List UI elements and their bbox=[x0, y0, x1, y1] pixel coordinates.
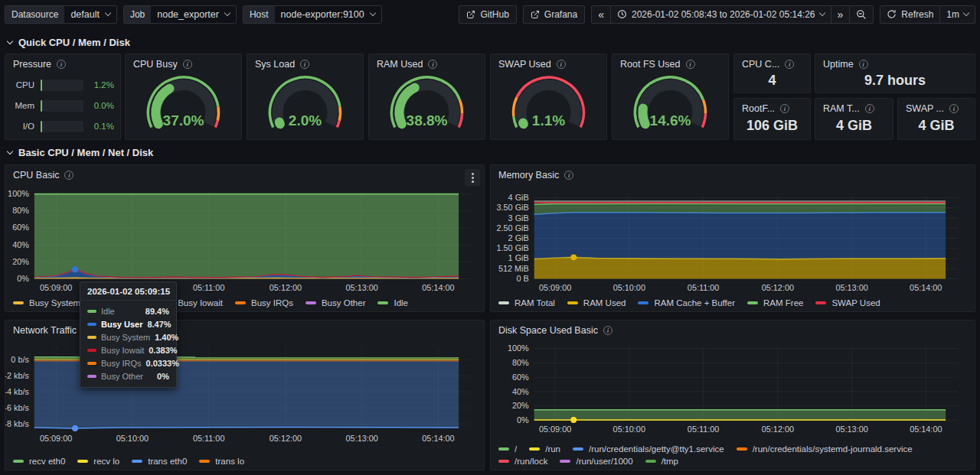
svg-text:0 b/s: 0 b/s bbox=[11, 355, 29, 364]
disk-space-used-basic-panel: Disk Space Used Basic 0%20%40%60%80%100%… bbox=[490, 320, 975, 470]
legend-item[interactable]: RAM Free bbox=[747, 298, 803, 307]
ram-used-gauge: 38.8% bbox=[369, 71, 485, 139]
svg-text:40%: 40% bbox=[512, 387, 529, 396]
svg-text:4 GiB: 4 GiB bbox=[508, 193, 529, 202]
svg-text:05:09:00: 05:09:00 bbox=[539, 425, 571, 434]
ram-used-gauge-panel: RAM Used 38.8% bbox=[368, 54, 485, 140]
root-fs-used-gauge-panel: Root FS Used 14.6% bbox=[612, 54, 729, 140]
legend-item[interactable]: trans lo bbox=[199, 457, 244, 466]
info-icon[interactable] bbox=[859, 60, 868, 69]
variable-host[interactable]: Host node-exporter:9100 bbox=[243, 5, 382, 24]
network-traffic-basic-chart[interactable]: 0 b/s-2 kb/s-4 kb/s-6 kb/s-8 kb/s05:09:0… bbox=[5, 320, 484, 470]
sys-load-gauge-panel: Sys Load 2.0% bbox=[247, 54, 364, 140]
info-icon[interactable] bbox=[57, 60, 66, 69]
info-icon[interactable] bbox=[183, 60, 192, 69]
series-color-swatch bbox=[132, 460, 142, 463]
clock-icon bbox=[617, 9, 627, 19]
svg-text:60%: 60% bbox=[12, 223, 29, 232]
svg-text:05:11:00: 05:11:00 bbox=[688, 425, 720, 434]
pressure-panel: Pressure CPU 1.2% Mem 0.0% I/O 0.1% bbox=[5, 54, 121, 140]
stat-value: 106 GiB bbox=[734, 115, 810, 136]
legend-item[interactable]: SWAP Used bbox=[815, 298, 880, 307]
swap-total-stat-panel: SWAP ... 4 GiB bbox=[897, 98, 975, 140]
variable-datasource[interactable]: Datasource default bbox=[5, 5, 117, 24]
legend-item[interactable]: RAM Total bbox=[498, 298, 555, 307]
series-color-swatch bbox=[13, 301, 24, 304]
legend-item[interactable]: Idle bbox=[377, 298, 408, 307]
info-icon[interactable] bbox=[865, 104, 874, 113]
variable-value-dropdown[interactable]: node-exporter:9100 bbox=[275, 6, 381, 23]
svg-text:05:10:00: 05:10:00 bbox=[613, 283, 645, 292]
refresh-button[interactable]: Refresh bbox=[880, 6, 939, 23]
time-shift-forward-button[interactable]: » bbox=[831, 6, 850, 23]
chevron-down-icon bbox=[963, 9, 969, 15]
row-header-quick[interactable]: Quick CPU / Mem / Disk bbox=[8, 35, 130, 49]
legend-item[interactable]: / bbox=[498, 444, 517, 454]
svg-text:-6 kb/s: -6 kb/s bbox=[5, 403, 29, 412]
svg-text:2.0%: 2.0% bbox=[289, 112, 322, 129]
variable-label: Host bbox=[243, 6, 275, 23]
svg-text:05:14:00: 05:14:00 bbox=[422, 434, 454, 443]
memory-basic-chart[interactable]: 4 GiB3.50 GiB3 GiB2.50 GiB2 GiB1.50 GiB1… bbox=[491, 165, 975, 311]
svg-text:100%: 100% bbox=[508, 343, 529, 353]
github-link-button[interactable]: GitHub bbox=[459, 5, 516, 24]
legend-item[interactable]: /run bbox=[529, 444, 560, 454]
svg-text:38.8%: 38.8% bbox=[407, 112, 448, 129]
info-icon[interactable] bbox=[780, 104, 789, 113]
legend-item[interactable]: trans eth0 bbox=[132, 457, 187, 466]
variable-value-dropdown[interactable]: default bbox=[64, 6, 116, 23]
series-color-swatch bbox=[235, 301, 246, 304]
sys-load-gauge: 2.0% bbox=[247, 71, 363, 139]
legend-item[interactable]: Busy User bbox=[93, 298, 149, 307]
info-icon[interactable] bbox=[949, 104, 959, 113]
legend-item[interactable]: recv lo bbox=[77, 457, 119, 466]
refresh-interval-dropdown[interactable]: 1m bbox=[939, 6, 975, 23]
svg-text:37.0%: 37.0% bbox=[163, 112, 204, 129]
info-icon[interactable] bbox=[428, 60, 437, 69]
chevron-down-icon bbox=[7, 38, 13, 44]
time-shift-back-button[interactable]: « bbox=[592, 6, 610, 23]
svg-text:-2 kb/s: -2 kb/s bbox=[5, 371, 29, 380]
time-range-button[interactable]: 2026-01-02 05:08:43 to 2026-01-02 05:14:… bbox=[610, 6, 831, 23]
row-header-basic[interactable]: Basic CPU / Mem / Net / Disk bbox=[8, 145, 153, 159]
info-icon[interactable] bbox=[557, 60, 566, 69]
variable-job[interactable]: Job node_exporter bbox=[123, 5, 237, 24]
grafana-link-button[interactable]: Grafana bbox=[523, 5, 585, 24]
series-color-swatch bbox=[737, 447, 747, 451]
legend-item[interactable]: RAM Cache + Buffer bbox=[638, 298, 735, 307]
chevron-down-icon bbox=[369, 9, 375, 15]
zoom-out-button[interactable] bbox=[849, 6, 873, 23]
time-picker-group: « 2026-01-02 05:08:43 to 2026-01-02 05:1… bbox=[591, 5, 874, 24]
bar-gauge-row: Mem 0.0% bbox=[11, 99, 114, 112]
legend-item[interactable]: /tmp bbox=[645, 457, 678, 466]
svg-text:80%: 80% bbox=[12, 206, 29, 215]
cpu-basic-chart[interactable]: 0%20%40%60%80%100%05:09:0005:10:0005:11:… bbox=[5, 165, 484, 311]
series-color-swatch bbox=[305, 301, 316, 304]
svg-text:05:14:00: 05:14:00 bbox=[910, 425, 942, 434]
legend-item[interactable]: /run/credentials/systemd-journald.servic… bbox=[737, 444, 913, 454]
legend-item[interactable]: Busy System bbox=[13, 298, 80, 307]
legend-item[interactable]: /run/user/1000 bbox=[560, 457, 632, 466]
info-icon[interactable] bbox=[686, 60, 695, 69]
legend-item[interactable]: recv eth0 bbox=[13, 457, 65, 466]
svg-text:1.1%: 1.1% bbox=[532, 112, 565, 129]
legend-item[interactable]: /run/lock bbox=[498, 457, 547, 466]
chart-legend: RAM TotalRAM UsedRAM Cache + BufferRAM F… bbox=[498, 298, 969, 307]
series-color-swatch bbox=[638, 301, 648, 304]
series-color-swatch bbox=[747, 301, 758, 304]
legend-item[interactable]: Busy Other bbox=[305, 298, 366, 307]
legend-item[interactable]: /run/credentials/getty@tty1.service bbox=[573, 444, 724, 454]
svg-text:05:09:00: 05:09:00 bbox=[40, 283, 72, 292]
legend-item[interactable]: RAM Used bbox=[567, 298, 626, 307]
info-icon[interactable] bbox=[300, 60, 309, 69]
variable-value-dropdown[interactable]: node_exporter bbox=[151, 6, 236, 23]
legend-item[interactable]: Busy IRQs bbox=[235, 298, 293, 307]
svg-text:05:12:00: 05:12:00 bbox=[270, 283, 302, 292]
info-icon[interactable] bbox=[785, 60, 794, 69]
legend-item[interactable]: Busy Iowait bbox=[162, 298, 223, 307]
variable-label: Job bbox=[124, 6, 151, 23]
svg-text:05:13:00: 05:13:00 bbox=[835, 425, 867, 434]
svg-text:05:10:00: 05:10:00 bbox=[116, 434, 149, 443]
svg-text:05:11:00: 05:11:00 bbox=[193, 434, 225, 443]
svg-text:2.50 GiB: 2.50 GiB bbox=[496, 223, 528, 233]
